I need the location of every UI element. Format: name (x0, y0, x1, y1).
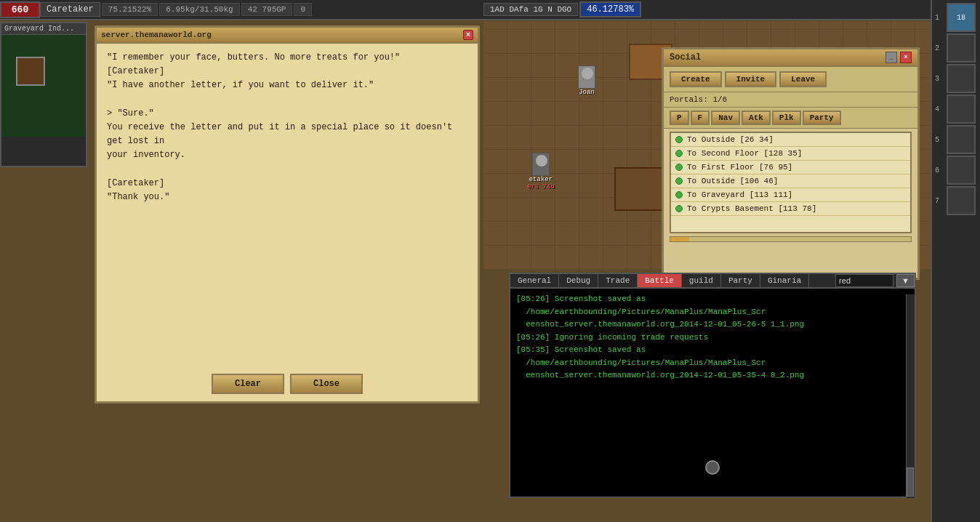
chat-search-btn[interactable]: ▼ (896, 274, 915, 287)
hud-exp: 46.12783% (579, 1, 641, 17)
npc-joan-name: Joan (579, 89, 595, 96)
chat-content: [05:26] Screenshot saved as /home/earthb… (510, 289, 915, 470)
portal-item-5[interactable]: To Graveyard [113 111] (671, 188, 910, 202)
portal-tabs: P F Nav Atk Plk Party (664, 108, 917, 129)
dialogue-buttons: Clear Close (212, 374, 363, 394)
right-slot-3: 3 (935, 64, 977, 93)
chat-tabs: General Debug Trade Battle guild Party G… (510, 274, 915, 289)
dialogue-line5: You receive the letter and put it in a s… (107, 121, 467, 163)
dialogue-line2: [Caretaker] (107, 65, 467, 79)
portal-tab-f[interactable]: F (691, 111, 710, 125)
dialogue-line4: > "Sure." (107, 107, 467, 121)
right-slot-5: 5 (935, 125, 977, 154)
hud-gold: 42 795GP (241, 3, 293, 16)
minimap-content[interactable] (1, 35, 86, 137)
slot-1[interactable]: 18 (947, 3, 976, 32)
social-progress-bar (670, 236, 912, 242)
chat-line-4: [05:26] Ignoring incoming trade requests (516, 332, 909, 344)
slot-2[interactable] (947, 33, 976, 63)
minimap-panel: Graveyard Ind... (0, 22, 87, 167)
social-window: Social _ × Create Invite Leave Portals: … (662, 47, 920, 280)
chat-tab-ginaria[interactable]: Ginaria (760, 274, 809, 287)
portal-tab-party[interactable]: Party (803, 111, 841, 125)
chat-line-1: [05:26] Screenshot saved as (516, 293, 909, 305)
chat-line-6: /home/earthbounding/Pictures/ManaPlus/Ma… (516, 357, 909, 369)
dialogue-line7: "Thank you." (107, 190, 467, 204)
npc-joan[interactable]: Joan (578, 65, 595, 96)
portal-dot-3 (675, 164, 683, 171)
chat-line-5: [05:35] Screenshot saved as (516, 344, 909, 356)
hud-bar-left: 660 Caretaker 75.21522% 6.95kg/31.50kg 4… (0, 0, 483, 20)
game-world: 660 Caretaker 75.21522% 6.95kg/31.50kg 4… (0, 0, 980, 522)
chat-search-input[interactable] (835, 274, 893, 287)
portal-list: To Outside [26 34] To Second Floor [128 … (670, 132, 912, 233)
dialogue-titlebar: server.themanaworld.org × (97, 28, 478, 44)
chat-tab-battle[interactable]: Battle (638, 274, 682, 287)
chat-tab-party[interactable]: Party (721, 274, 760, 287)
dialogue-server-name: server.themanaworld.org (101, 31, 212, 39)
chat-tab-guild[interactable]: guild (682, 274, 721, 287)
dialogue-line3: "I have another letter, if you want to d… (107, 79, 467, 92)
social-titlebar-icons: _ × (885, 52, 912, 63)
dialogue-window: server.themanaworld.org × "I remember yo… (95, 25, 480, 403)
close-button[interactable]: Close (290, 374, 363, 394)
dialogue-content: "I remember your face, butters. No more … (97, 44, 478, 378)
portal-tab-plk[interactable]: Plk (772, 111, 801, 125)
portal-dot-1 (675, 136, 683, 143)
social-leave-btn[interactable]: Leave (779, 71, 827, 87)
dialogue-line6: [Caretaker] (107, 177, 467, 190)
right-panel: 1 18 2 3 4 5 (931, 0, 980, 522)
minimap-avatar (16, 57, 45, 86)
chat-tab-trade[interactable]: Trade (598, 274, 638, 287)
chat-line-2: /home/earthbounding/Pictures/ManaPlus/Ma… (516, 306, 909, 318)
social-create-btn[interactable]: Create (670, 71, 722, 87)
chat-line-3: eenshot_server.themanaworld.org_2014-12-… (516, 318, 909, 331)
right-slot-6: 6 (935, 156, 977, 185)
player-character: etaker ers 74σ (527, 153, 555, 190)
portal-dot-6 (675, 205, 683, 212)
portal-item-4[interactable]: To Outside [106 46] (671, 174, 910, 188)
hud-hp: 660 (0, 1, 40, 18)
slot-1-item: 18 (948, 4, 974, 31)
portal-tab-p[interactable]: P (670, 111, 689, 125)
portal-tab-atk[interactable]: Atk (742, 111, 771, 125)
player-hp-label: ers 74σ (527, 183, 555, 190)
social-close-btn[interactable]: × (900, 52, 912, 63)
slot-6[interactable] (947, 156, 976, 185)
portals-info: Portals: 1/6 (664, 92, 917, 108)
right-slot-4: 4 (935, 95, 977, 124)
chat-panel: General Debug Trade Battle guild Party G… (509, 273, 916, 498)
portal-item-3[interactable]: To First Floor [76 95] (671, 161, 910, 174)
chat-scroll-thumb[interactable] (907, 467, 914, 497)
chat-slider[interactable] (705, 460, 720, 475)
portal-item-1[interactable]: To Outside [26 34] (671, 133, 910, 147)
chat-tab-general[interactable]: General (510, 274, 559, 287)
dialogue-close-btn[interactable]: × (463, 30, 473, 40)
hud-bar-right: 1AD DAfa 1G N DGO 46.12783% (483, 0, 931, 20)
slot-7[interactable] (947, 186, 976, 215)
player-name: etaker (529, 176, 553, 183)
social-invite-btn[interactable]: Invite (725, 71, 777, 87)
portal-dot-5 (675, 191, 683, 198)
right-slot-2: 2 (935, 33, 977, 63)
hud-slot: 0 (294, 3, 312, 16)
slot-3[interactable] (947, 64, 976, 93)
clear-button[interactable]: Clear (212, 374, 284, 394)
portal-tab-nav[interactable]: Nav (711, 111, 740, 125)
portal-item-2[interactable]: To Second Floor [128 35] (671, 147, 910, 161)
chat-tab-debug[interactable]: Debug (559, 274, 598, 287)
hud-hp-pct: 75.21522% (102, 3, 158, 16)
slot-4[interactable] (947, 95, 976, 124)
chat-scrollbar[interactable] (906, 294, 915, 498)
right-slot-7: 7 (935, 186, 977, 215)
portal-item-6[interactable]: To Crypts Basement [113 78] (671, 202, 910, 216)
social-title: Social (670, 52, 701, 63)
hud-world: 1AD DAfa 1G N DGO (483, 3, 578, 16)
social-buttons: Create Invite Leave (664, 67, 917, 92)
portal-dot-2 (675, 150, 683, 157)
social-minimize-btn[interactable]: _ (885, 52, 897, 63)
minimap-title: Graveyard Ind... (1, 23, 86, 35)
dialogue-line1: "I remember your face, butters. No more … (107, 51, 467, 65)
slot-5[interactable] (947, 125, 976, 154)
social-titlebar: Social _ × (664, 49, 917, 67)
